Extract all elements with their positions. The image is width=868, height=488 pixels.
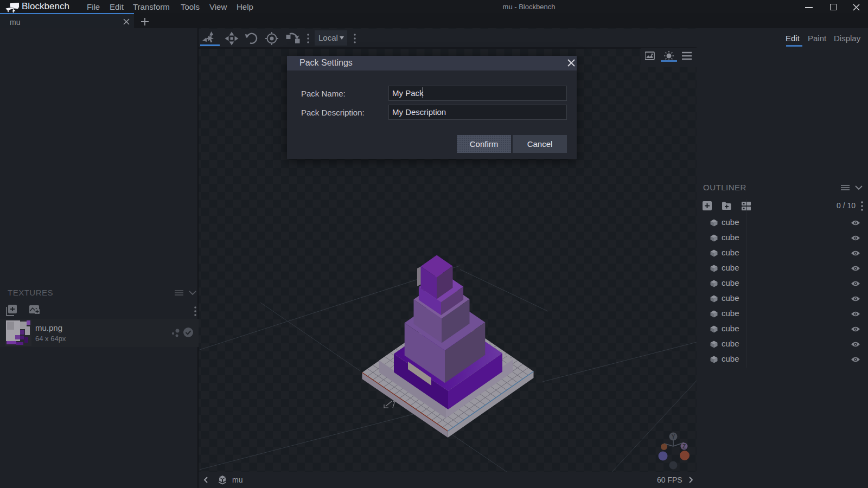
- svg-text:Z: Z: [682, 444, 686, 450]
- svg-text:Y: Y: [672, 434, 675, 440]
